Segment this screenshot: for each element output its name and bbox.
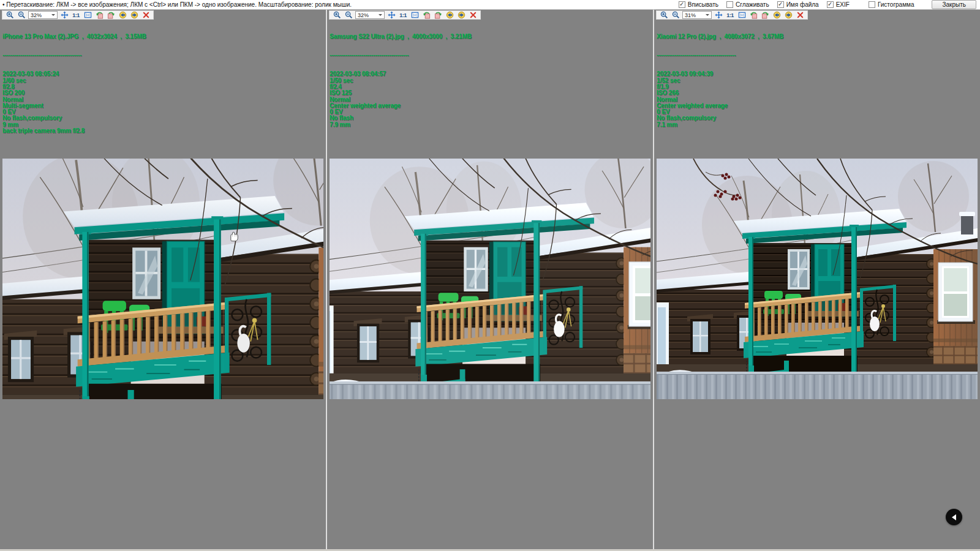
actual-size-button[interactable]: 1:1 [398, 11, 408, 19]
photo-area [2, 159, 323, 399]
chevron-down-icon [51, 14, 55, 18]
hand-cursor-icon [228, 231, 238, 242]
photo-xiaomi-12-pro[interactable] [657, 159, 978, 399]
close-image-button[interactable] [468, 11, 478, 19]
zoom-in-button[interactable] [332, 11, 342, 19]
exif-filename: iPhone 13 Pro Max (2).JPG , 4032x3024 , … [2, 34, 146, 40]
panel-xiaomi: 31% 1:1 Xiaomi 12 Pro (2).jpg , 4080x307… [653, 10, 980, 549]
photo-iphone-13-pro-max[interactable] [2, 159, 323, 399]
checkbox-histogram-box[interactable] [869, 1, 875, 8]
exif-line: 7.9 mm [330, 122, 472, 128]
exif-line: ISO 125 [330, 90, 472, 96]
panel-toolbar: 32% 1:1 [2, 10, 154, 20]
checkbox-exif-label: EXIF [836, 1, 850, 8]
exif-line: Multi-segment [2, 103, 146, 109]
instruction-bar: • Перетаскивание: ЛКМ -> все изображения… [0, 0, 980, 10]
exif-line: Center weighted average [657, 103, 783, 109]
exif-filename: Xiaomi 12 Pro (2).jpg , 4080x3072 , 3.67… [657, 34, 783, 40]
photo-samsung-s22-ultra[interactable] [330, 159, 650, 399]
chevron-down-icon [379, 14, 382, 18]
exif-line: 7.1 mm [657, 122, 783, 128]
exif-lines: 2022-03-03 09:04:391/52 secf/1.9ISO 266N… [657, 71, 783, 128]
checkbox-fit-label: Вписывать [688, 1, 718, 8]
exif-separator: ---------------------------------------- [2, 52, 146, 58]
zoom-out-button[interactable] [17, 11, 26, 19]
panel-toolbar: 31% 1:1 [656, 10, 808, 20]
fit-window-button[interactable] [737, 11, 747, 19]
exif-overlay: Samsung S22 Ultra (2).jpg , 4000x3000 , … [330, 21, 472, 141]
exif-lines: 2022-03-03 08:04:571/50 secf/2.4ISO 125N… [330, 71, 472, 128]
exif-filename: Samsung S22 Ultra (2).jpg , 4000x3000 , … [330, 34, 472, 40]
checkbox-smooth-box[interactable] [726, 1, 733, 8]
previous-image-button[interactable] [118, 11, 127, 19]
exif-line: back triple camera 9mm f/2.8 [2, 128, 146, 134]
pan-button[interactable] [714, 11, 723, 19]
close-image-button[interactable] [795, 11, 805, 19]
rotate-right-button[interactable] [106, 11, 116, 19]
exif-lines: 2022-03-03 08:05:241/60 secf/2.8ISO 200N… [2, 71, 146, 134]
pan-button[interactable] [59, 11, 69, 19]
zoom-out-button[interactable] [671, 11, 680, 19]
compare-panels: 32% 1:1 iPhone 13 Pro Max (2).JPG , 4032… [0, 10, 980, 549]
exif-line: No flash,compulsory [2, 115, 146, 121]
photo-area [657, 159, 978, 399]
panel-iphone: 32% 1:1 iPhone 13 Pro Max (2).JPG , 4032… [0, 10, 326, 549]
checkbox-smooth[interactable]: Сглаживать [726, 1, 769, 8]
view-controls: Вписывать Сглаживать Имя файла EXIF Гист… [679, 0, 978, 9]
compare-window: { "instruction_bar": { "text": "• Перета… [0, 0, 980, 551]
checkbox-filename-label: Имя файла [786, 1, 819, 8]
exif-line: ISO 200 [2, 90, 146, 96]
previous-image-button[interactable] [445, 11, 454, 19]
pan-button[interactable] [386, 11, 396, 19]
exif-line: Center weighted average [330, 103, 472, 109]
checkbox-exif-box[interactable] [827, 1, 834, 8]
zoom-level-select[interactable]: 32% [355, 11, 385, 19]
zoom-level-value: 32% [358, 12, 369, 18]
rotate-left-button[interactable] [421, 11, 431, 19]
chevron-down-icon [706, 14, 709, 18]
fit-window-button[interactable] [410, 11, 420, 19]
actual-size-button[interactable]: 1:1 [725, 11, 735, 19]
exif-line: 1/52 sec [657, 78, 783, 84]
zoom-in-button[interactable] [659, 11, 669, 19]
fit-window-button[interactable] [83, 11, 92, 19]
checkbox-smooth-label: Сглаживать [736, 1, 769, 8]
checkbox-fit[interactable]: Вписывать [679, 1, 718, 8]
panel-samsung: 32% 1:1 Samsung S22 Ultra (2).jpg , 4000… [326, 10, 653, 549]
zoom-in-button[interactable] [5, 11, 15, 19]
exif-overlay: Xiaomi 12 Pro (2).jpg , 4080x3072 , 3.67… [657, 21, 783, 141]
next-image-button[interactable] [783, 11, 793, 19]
actual-size-button[interactable]: 1:1 [71, 11, 81, 19]
checkbox-histogram-label: Гистограмма [878, 1, 914, 8]
zoom-level-select[interactable]: 31% [682, 11, 712, 19]
next-image-button[interactable] [129, 11, 139, 19]
zoom-out-button[interactable] [344, 11, 353, 19]
play-back-icon [949, 514, 956, 520]
checkbox-histogram[interactable]: Гистограмма [869, 1, 914, 8]
rotate-left-button[interactable] [748, 11, 758, 19]
close-compare-button[interactable]: Закрыть [932, 0, 976, 9]
screen-recorder-bubble[interactable] [946, 509, 962, 525]
zoom-level-value: 31% [685, 12, 696, 18]
instruction-text: • Перетаскивание: ЛКМ -> все изображения… [2, 1, 352, 8]
previous-image-button[interactable] [772, 11, 782, 19]
checkbox-filename-box[interactable] [777, 1, 784, 8]
close-image-button[interactable] [141, 11, 151, 19]
next-image-button[interactable] [456, 11, 466, 19]
rotate-right-button[interactable] [433, 11, 443, 19]
exif-separator: ---------------------------------------- [657, 52, 783, 58]
exif-line: 1/50 sec [330, 78, 472, 84]
checkbox-exif[interactable]: EXIF [827, 1, 850, 8]
rotate-left-button[interactable] [94, 11, 104, 19]
photo-area [330, 159, 650, 399]
checkbox-filename[interactable]: Имя файла [777, 1, 819, 8]
zoom-level-value: 32% [31, 12, 42, 18]
checkbox-fit-box[interactable] [679, 1, 685, 8]
exif-line: 1/60 sec [2, 78, 146, 84]
exif-line: No flash [330, 115, 472, 121]
exif-overlay: iPhone 13 Pro Max (2).JPG , 4032x3024 , … [2, 21, 146, 147]
exif-separator: ---------------------------------------- [330, 52, 472, 58]
zoom-level-select[interactable]: 32% [28, 11, 58, 19]
panel-toolbar: 32% 1:1 [329, 10, 481, 20]
rotate-right-button[interactable] [760, 11, 770, 19]
